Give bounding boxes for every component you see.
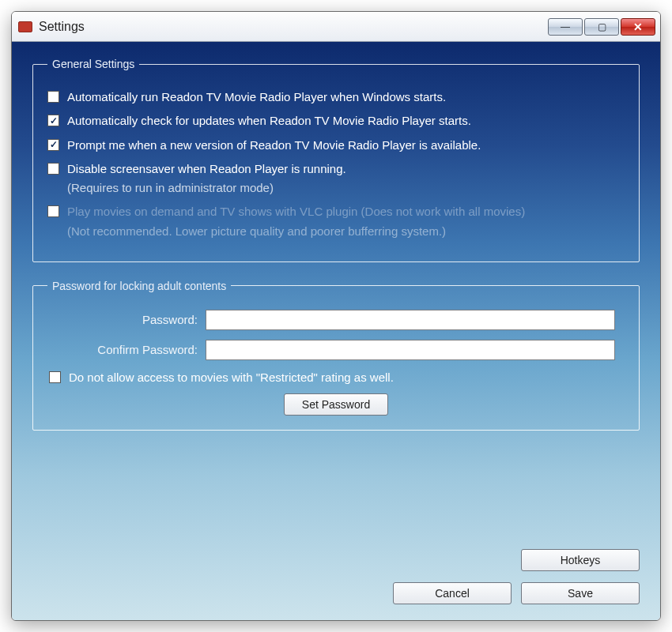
confirm-password-row: Confirm Password: (47, 340, 625, 360)
label-prompt-version: Prompt me when a new version of Readon T… (67, 138, 481, 152)
checkbox-prompt-version[interactable] (47, 139, 59, 151)
checkbox-autoupdate[interactable] (47, 115, 59, 126)
confirm-password-label: Confirm Password: (47, 343, 206, 356)
opt-restrict-rating: Do not allow access to movies with "Rest… (49, 370, 625, 386)
general-settings-group: General Settings Automatically run Reado… (32, 58, 640, 262)
checkbox-disable-screensaver[interactable] (47, 163, 59, 175)
opt-vlc-plugin: Play movies on demand and TV shows with … (47, 204, 625, 239)
label-autoupdate: Automatically check for updates when Rea… (67, 114, 471, 127)
set-password-row: Set Password (47, 393, 625, 416)
minimize-button[interactable]: — (548, 18, 583, 36)
titlebar: Settings — ▢ ✕ (12, 12, 660, 42)
password-group: Password for locking adult contents Pass… (32, 280, 640, 431)
password-input[interactable] (206, 310, 615, 330)
cancel-button[interactable]: Cancel (393, 582, 512, 604)
set-password-button[interactable]: Set Password (284, 393, 388, 416)
label-restrict-rating: Do not allow access to movies with "Rest… (69, 371, 394, 384)
maximize-button[interactable]: ▢ (584, 18, 619, 36)
password-label: Password: (47, 313, 206, 326)
confirm-password-input[interactable] (206, 340, 615, 360)
password-legend: Password for locking adult contents (47, 280, 231, 292)
label-vlc-plugin: Play movies on demand and TV shows with … (67, 205, 525, 218)
checkbox-restrict-rating[interactable] (49, 371, 61, 383)
bottom-bar-2: Cancel Save (32, 577, 640, 604)
close-button[interactable]: ✕ (621, 18, 655, 36)
opt-autoupdate: Automatically check for updates when Rea… (47, 113, 625, 129)
bottom-bar: Hotkeys (32, 544, 640, 571)
window-title: Settings (39, 20, 85, 34)
sub-vlc-plugin: (Not recommended. Lower picture quality … (67, 224, 525, 239)
window-controls: — ▢ ✕ (548, 18, 655, 36)
label-autorun: Automatically run Readon TV Movie Radio … (67, 90, 446, 103)
client-area: General Settings Automatically run Reado… (12, 42, 660, 620)
app-icon (18, 21, 32, 32)
checkbox-vlc-plugin[interactable] (47, 205, 59, 217)
general-settings-legend: General Settings (47, 58, 139, 70)
save-button[interactable]: Save (521, 582, 640, 604)
password-row: Password: (47, 310, 625, 330)
opt-prompt-version: Prompt me when a new version of Readon T… (47, 137, 625, 153)
label-disable-screensaver: Disable screensaver when Readon Player i… (67, 162, 346, 175)
checkbox-autorun[interactable] (47, 91, 59, 103)
settings-window: Settings — ▢ ✕ General Settings Automati… (11, 11, 661, 621)
sub-disable-screensaver: (Requires to run in administrator mode) (67, 180, 346, 196)
hotkeys-button[interactable]: Hotkeys (521, 549, 640, 571)
opt-disable-screensaver: Disable screensaver when Readon Player i… (47, 161, 625, 197)
opt-autorun: Automatically run Readon TV Movie Radio … (47, 89, 625, 105)
